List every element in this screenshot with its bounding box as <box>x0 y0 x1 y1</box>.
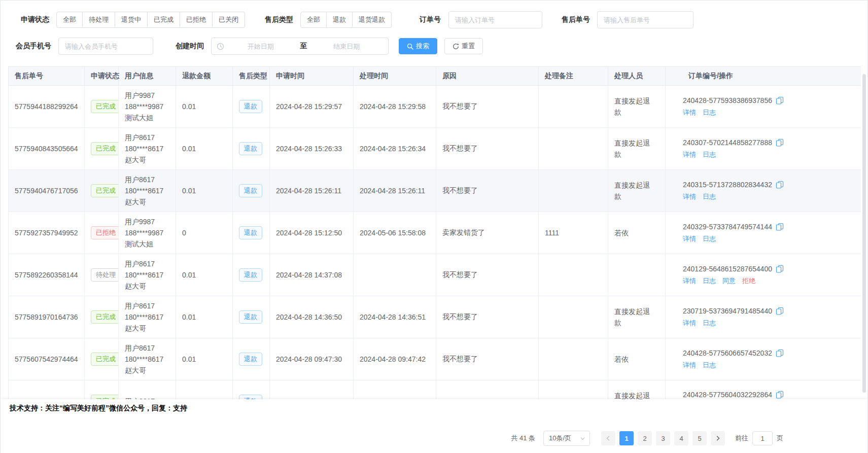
action-link[interactable]: 同意 <box>722 276 736 286</box>
column-header: 处理备注 <box>539 67 608 86</box>
action-link[interactable]: 日志 <box>703 276 716 286</box>
order-ops-cell: 240129-5648615287654400详情日志同意拒绝 <box>666 254 861 296</box>
status-option-2[interactable]: 退货中 <box>115 12 148 28</box>
page-button-2[interactable]: 2 <box>638 431 652 445</box>
page-size-select[interactable]: 10条/页 <box>543 431 590 446</box>
reset-button[interactable]: 重置 <box>444 38 483 54</box>
user-info-cell: 用户8617 <box>119 380 176 400</box>
action-link[interactable]: 日志 <box>703 108 716 117</box>
type-cell: 退款 <box>233 254 270 296</box>
goto-page-input[interactable] <box>752 431 773 445</box>
action-link[interactable]: 详情 <box>683 150 696 159</box>
action-link[interactable]: 详情 <box>683 276 696 286</box>
create-time-label: 创建时间 <box>176 42 204 51</box>
apply-time-cell: 2024-04-28 15:29:57 <box>270 86 354 128</box>
action-link[interactable]: 详情 <box>683 319 696 328</box>
handler-cell: 直接发起退款 <box>608 128 666 170</box>
search-button[interactable]: 搜索 <box>399 38 437 54</box>
handle-time-cell <box>354 380 436 400</box>
reason-cell <box>436 380 539 400</box>
date-range-picker[interactable]: 至 <box>211 38 389 55</box>
copy-icon[interactable] <box>776 96 784 104</box>
row-actions: 详情日志 <box>683 319 855 328</box>
user-info-cell: 用户9987188****9987测试大姐 <box>119 212 176 254</box>
date-range-separator: 至 <box>297 42 310 51</box>
type-cell: 退款 <box>233 296 270 338</box>
column-header: 申请时间 <box>270 67 354 86</box>
copy-icon[interactable] <box>776 181 784 189</box>
action-link[interactable]: 详情 <box>683 192 696 201</box>
page-button-3[interactable]: 3 <box>656 431 670 445</box>
apply-time-cell: 2024-04-28 09:47:30 <box>270 338 354 380</box>
reset-button-label: 重置 <box>462 42 475 51</box>
status-filter-label: 申请状态 <box>21 15 49 24</box>
user-info-line: 赵大哥 <box>125 323 169 334</box>
type-tag: 退款 <box>239 395 262 400</box>
next-page-button[interactable] <box>711 431 725 445</box>
type-option-1[interactable]: 退款 <box>327 12 353 28</box>
vertical-scrollbar[interactable] <box>862 74 866 393</box>
action-link[interactable]: 日志 <box>703 319 716 328</box>
copy-icon[interactable] <box>776 138 784 147</box>
order-no-label: 订单号 <box>420 15 441 24</box>
page-button-1[interactable]: 1 <box>619 431 634 445</box>
user-info-line: 用户8617 <box>125 132 169 143</box>
handler-name: 若依 <box>614 227 654 238</box>
action-link[interactable]: 日志 <box>703 150 716 159</box>
status-option-4[interactable]: 已拒绝 <box>180 12 213 28</box>
user-info-line: 188****9987 <box>125 227 169 238</box>
table-row: 5775892260358144待处理用户8617180****8617赵大哥0… <box>9 254 861 296</box>
type-option-0[interactable]: 全部 <box>300 12 327 28</box>
user-info-line: 180****8617 <box>125 143 169 154</box>
table-row: 已完成用户8617退款直接发起退款240428-5775604032292864… <box>9 380 861 400</box>
order-ops-cell: 240428-5775604032292864详情日志 <box>666 380 861 400</box>
copy-icon[interactable] <box>776 307 784 315</box>
column-header: 处理人员 <box>608 67 666 86</box>
phone-input[interactable] <box>58 38 153 55</box>
end-date-input[interactable] <box>310 43 384 50</box>
page-button-4[interactable]: 4 <box>674 431 688 445</box>
status-badge: 已完成 <box>91 142 119 155</box>
action-link[interactable]: 详情 <box>683 108 696 117</box>
status-cell: 已完成 <box>85 86 119 128</box>
aftersale-no-cell: 5775927357949952 <box>9 212 85 254</box>
action-link[interactable]: 详情 <box>683 361 696 370</box>
prev-page-button[interactable] <box>601 431 615 445</box>
status-option-5[interactable]: 已关闭 <box>213 12 245 28</box>
phone-label: 会员手机号 <box>16 42 51 51</box>
status-cell: 已完成 <box>85 170 119 212</box>
page-button-5[interactable]: 5 <box>692 431 707 445</box>
order-no-input[interactable] <box>448 11 542 28</box>
status-badge: 已完成 <box>91 353 119 366</box>
refresh-icon <box>453 43 459 50</box>
action-link[interactable]: 拒绝 <box>742 276 755 286</box>
handle-time-cell: 2024-05-06 15:58:08 <box>354 212 436 254</box>
pagination: 共 41 条 10条/页 12345 前往 页 <box>511 431 783 446</box>
type-option-2[interactable]: 退货退款 <box>353 12 392 28</box>
user-info-line: 用户8617 <box>125 396 169 400</box>
order-no-text: 240129-5648615287654400 <box>683 265 772 273</box>
aftersale-no-input[interactable] <box>597 11 693 28</box>
table-row: 5775940843505664已完成用户8617180****8617赵大哥0… <box>9 128 861 170</box>
action-link[interactable]: 日志 <box>703 361 716 370</box>
action-link[interactable]: 详情 <box>683 234 696 243</box>
row-actions: 详情日志 <box>683 361 855 370</box>
remark-cell <box>539 338 608 380</box>
order-no-text: 240428-5775938386937856 <box>683 96 772 104</box>
apply-time-cell: 2024-04-28 15:26:11 <box>270 170 354 212</box>
order-ops-cell: 240428-5775938386937856详情日志 <box>666 86 861 128</box>
column-header: 订单编号/操作 <box>666 67 861 86</box>
order-no-text: 240329-5733784749574144 <box>683 223 772 231</box>
copy-icon[interactable] <box>776 223 784 231</box>
action-link[interactable]: 日志 <box>703 192 716 201</box>
user-info-line: 测试大姐 <box>125 112 169 123</box>
status-option-3[interactable]: 已完成 <box>148 12 180 28</box>
refund-amount-cell <box>176 380 233 400</box>
status-option-0[interactable]: 全部 <box>56 12 83 28</box>
copy-icon[interactable] <box>776 265 784 273</box>
status-option-1[interactable]: 待处理 <box>83 12 115 28</box>
start-date-input[interactable] <box>224 43 297 50</box>
copy-icon[interactable] <box>776 349 784 357</box>
copy-icon[interactable] <box>776 391 784 399</box>
action-link[interactable]: 日志 <box>703 234 716 243</box>
